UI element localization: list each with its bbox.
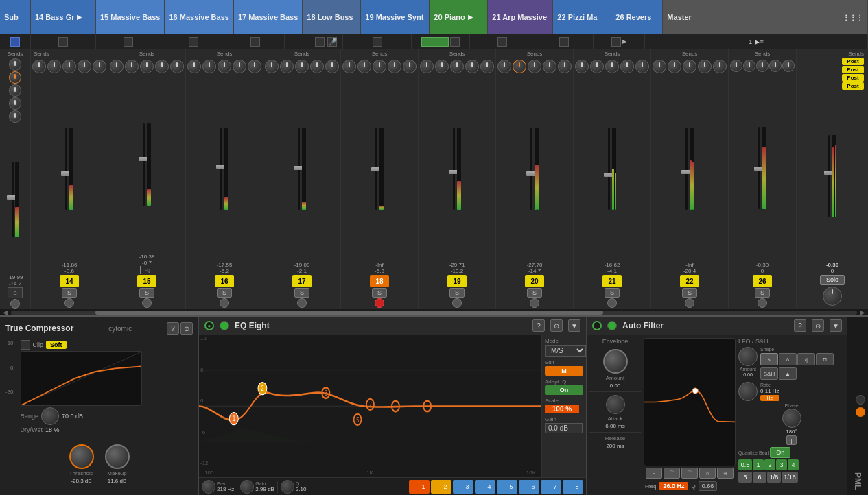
track-mute-21[interactable] (497, 37, 507, 47)
freq-knob[interactable] (202, 480, 215, 494)
track-mute-15[interactable] (124, 37, 133, 47)
comp-settings-btn[interactable]: ⊙ (180, 322, 193, 335)
send-a-26[interactable] (730, 60, 742, 72)
track-mute-17[interactable] (250, 37, 260, 47)
beat-05-btn[interactable]: 0.5 (738, 459, 752, 470)
master-play[interactable]: ▶≡ (755, 38, 763, 45)
track-mute-19[interactable] (373, 37, 382, 47)
track-mute-22[interactable] (559, 37, 569, 47)
send-d-15[interactable] (155, 60, 169, 73)
post-btn-1[interactable]: Post (842, 58, 864, 65)
attack-knob[interactable] (606, 395, 625, 414)
soft-btn[interactable]: Soft (46, 341, 67, 349)
send-b-17[interactable] (280, 60, 294, 73)
phase-knob[interactable] (782, 409, 801, 428)
send-knob-b-13[interactable] (9, 71, 21, 84)
send-a-14[interactable] (32, 60, 46, 73)
mixer-scrollbar[interactable]: ◀ ▶ (0, 309, 868, 315)
filter-point[interactable] (692, 388, 698, 394)
track-header-master[interactable]: Master ⋮⋮⋮ (663, 0, 868, 34)
scrollbar-thumb[interactable] (95, 311, 603, 315)
filter-type-hp[interactable]: ⌒ (681, 468, 698, 479)
comp-info-btn[interactable]: ? (167, 322, 179, 335)
threshold-knob[interactable] (69, 444, 94, 469)
af-settings-btn[interactable]: ⊙ (812, 319, 824, 332)
send-d-22[interactable] (698, 60, 712, 73)
filter-type-bp[interactable]: ⌒ (664, 468, 680, 479)
send-d-16[interactable] (233, 60, 246, 73)
record-btn-14[interactable] (64, 298, 74, 308)
send-knob-a-13[interactable] (9, 58, 21, 71)
eq-band-8-btn[interactable]: 8 (563, 480, 583, 494)
send-a-15[interactable] (110, 60, 124, 73)
track-header-21[interactable]: 21 Arp Massive (488, 0, 553, 34)
send-c-17[interactable] (295, 60, 309, 73)
post-btn-3[interactable]: Post (842, 74, 864, 82)
record-btn-18[interactable] (375, 298, 384, 308)
send-c-21[interactable] (605, 60, 619, 73)
solo-btn-14[interactable]: S (62, 288, 77, 298)
track-header-14[interactable]: 14 Bass Gr ▶ (31, 0, 96, 34)
lfo-tri-btn[interactable]: /\ (779, 353, 797, 365)
lfo-sine-btn[interactable]: ∿ (760, 353, 778, 365)
lfo-saw-btn[interactable]: /| (797, 353, 815, 365)
track-header-15[interactable]: 15 Massive Bass (96, 0, 165, 34)
solo-btn-16[interactable]: S (217, 288, 232, 298)
record-btn-20[interactable] (530, 298, 539, 308)
side-btn-2[interactable] (856, 407, 865, 417)
eq-band-3-btn[interactable]: 3 (453, 480, 473, 494)
send-d-19[interactable] (465, 60, 479, 73)
beat-5-btn[interactable]: 5 (738, 472, 752, 483)
send-a-19[interactable] (420, 60, 434, 73)
send-a-16[interactable] (187, 60, 201, 73)
solo-btn-17[interactable]: S (294, 288, 309, 298)
record-btn-17[interactable] (297, 298, 307, 308)
record-btn-26[interactable] (758, 298, 767, 308)
eq-settings-btn[interactable]: ⊙ (550, 319, 563, 332)
beat-4-btn[interactable]: 4 (788, 459, 799, 470)
rate-knob[interactable] (738, 382, 758, 401)
send-c-15[interactable] (140, 60, 154, 73)
scroll-left-icon[interactable]: ◀ (3, 309, 8, 316)
beat-116-btn[interactable]: 1/16 (782, 472, 798, 483)
freq-value-af[interactable]: 26.0 Hz (659, 482, 688, 490)
pan-knob-master[interactable] (823, 287, 842, 306)
lfo-sh-btn[interactable]: S&H (760, 367, 778, 380)
record-btn-13[interactable] (10, 299, 20, 309)
send-e-21[interactable] (635, 60, 649, 73)
solo-btn-master[interactable]: Solo (820, 275, 845, 285)
send-d-14[interactable] (78, 60, 91, 73)
send-c-16[interactable] (218, 60, 231, 73)
solo-btn-21[interactable]: S (605, 288, 620, 298)
mode-select[interactable]: M/S L/R (545, 345, 586, 357)
track-header-20[interactable]: 20 Piano ▶ (430, 0, 488, 34)
af-power-btn[interactable] (592, 321, 602, 330)
send-c-18[interactable] (373, 60, 386, 73)
send-d-18[interactable] (388, 60, 401, 73)
makeup-knob[interactable] (105, 444, 130, 469)
solo-btn-22[interactable]: S (682, 288, 697, 298)
record-btn-21[interactable] (607, 298, 617, 308)
send-e-19[interactable] (480, 60, 494, 73)
eq-band-7-btn[interactable]: 7 (541, 480, 561, 494)
filter-type-lp[interactable]: ~ (646, 468, 662, 479)
side-btn-1[interactable] (856, 395, 865, 405)
beat-2-btn[interactable]: 2 (764, 459, 775, 470)
send-b-26[interactable] (743, 60, 755, 72)
send-c-19[interactable] (450, 60, 464, 73)
gain-input[interactable] (545, 423, 583, 433)
send-c-20[interactable] (528, 60, 541, 73)
eq-band-1-btn[interactable]: 1 (409, 480, 430, 494)
send-b-14[interactable] (47, 60, 61, 73)
send-a-17[interactable] (265, 60, 279, 73)
gain-band-knob[interactable] (240, 480, 254, 494)
send-e-14[interactable] (93, 60, 106, 73)
track-mute-18[interactable] (315, 37, 325, 47)
solo-btn-19[interactable]: S (449, 288, 465, 298)
post-btn-2[interactable]: Post (842, 66, 864, 73)
scale-input[interactable] (545, 405, 579, 413)
send-b-19[interactable] (435, 60, 449, 73)
send-d-20[interactable] (543, 60, 556, 73)
lfo-sq-btn[interactable]: ⊓ (816, 353, 834, 365)
track-header-18[interactable]: 18 Low Buss (303, 0, 361, 34)
